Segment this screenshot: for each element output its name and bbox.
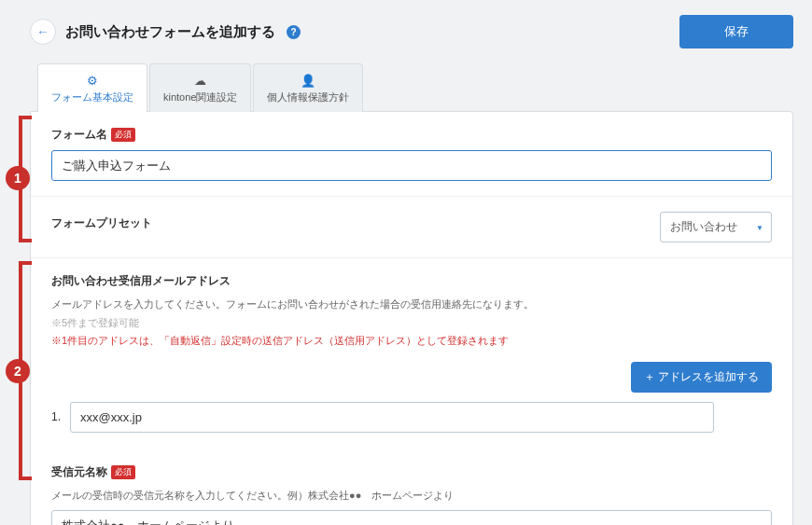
sender-help: メールの受信時の受信元名称を入力してください。例）株式会社●● ホームページより: [51, 488, 772, 504]
page-title: お問い合わせフォームを追加する: [65, 23, 275, 41]
email-input-1[interactable]: [70, 402, 714, 433]
tab-label: kintone関連設定: [163, 90, 237, 104]
cloud-icon: ☁: [194, 74, 206, 88]
email-index: 1.: [51, 410, 63, 423]
email-label: お問い合わせ受信用メールアドレス: [51, 273, 772, 289]
sender-section: 受信元名称 必須 メールの受信時の受信元名称を入力してください。例）株式会社●●…: [31, 449, 792, 526]
tab-form-settings[interactable]: ⚙ フォーム基本設定: [37, 63, 147, 112]
sender-label: 受信元名称 必須: [51, 464, 772, 480]
email-row-1: 1.: [51, 402, 772, 433]
sender-name-input[interactable]: [51, 510, 772, 525]
add-address-button[interactable]: ＋ アドレスを追加する: [631, 362, 772, 393]
help-icon[interactable]: ?: [287, 25, 301, 39]
callout-2: 2: [6, 359, 30, 383]
tab-bar: ⚙ フォーム基本設定 ☁ kintone関連設定 👤 個人情報保護方針: [37, 63, 793, 112]
preset-section: フォームプリセット お問い合わせ: [31, 197, 792, 258]
back-button[interactable]: ←: [30, 19, 56, 45]
tab-privacy-policy[interactable]: 👤 個人情報保護方針: [253, 63, 363, 112]
preset-select[interactable]: お問い合わせ: [660, 212, 772, 242]
person-icon: 👤: [301, 74, 315, 88]
form-name-label: フォーム名 必須: [51, 127, 772, 143]
form-name-input[interactable]: [51, 150, 772, 181]
gear-icon: ⚙: [87, 74, 98, 88]
required-badge: 必須: [111, 128, 135, 142]
tab-label: フォーム基本設定: [51, 90, 133, 104]
callout-1: 1: [6, 166, 30, 190]
preset-label: フォームプリセット: [51, 215, 152, 231]
email-help: メールアドレスを入力してください。フォームにお問い合わせがされた場合の受信用連絡…: [51, 297, 772, 312]
settings-panel: フォーム名 必須 フォームプリセット お問い合わせ お問い合わせ受信用メールアド…: [30, 111, 793, 525]
email-limit-note: ※5件まで登録可能: [51, 315, 772, 331]
tab-kintone-settings[interactable]: ☁ kintone関連設定: [149, 63, 251, 112]
page-header: ← お問い合わせフォームを追加する ? 保存: [30, 15, 793, 48]
tab-label: 個人情報保護方針: [267, 90, 349, 104]
email-warning: ※1件目のアドレスは、「自動返信」設定時の送信アドレス（送信用アドレス）として登…: [51, 333, 772, 349]
email-section: お問い合わせ受信用メールアドレス メールアドレスを入力してください。フォームにお…: [31, 258, 792, 449]
form-name-section: フォーム名 必須: [31, 112, 792, 197]
required-badge: 必須: [111, 465, 135, 479]
arrow-left-icon: ←: [36, 24, 49, 39]
save-button[interactable]: 保存: [679, 15, 793, 48]
